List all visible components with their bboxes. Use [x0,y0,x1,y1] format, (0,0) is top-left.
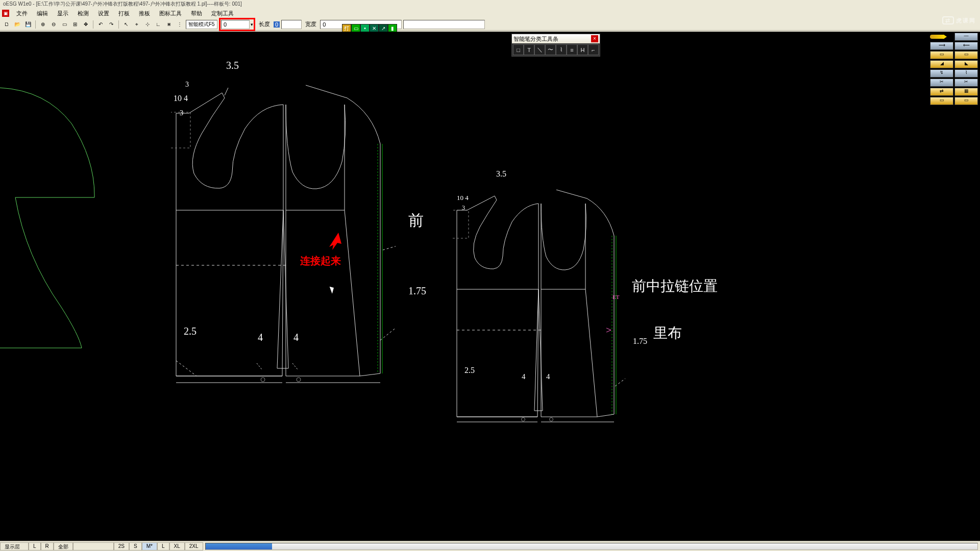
strip-btn-6[interactable]: ▮ [388,24,397,32]
dim-box-mid-r: 10 4 [457,194,469,202]
rp-tool-7[interactable]: ◣ [954,60,978,68]
sp-parallel-icon[interactable]: ≡ [567,44,577,55]
et-marker: ET [612,294,619,300]
strip-btn-3[interactable]: • [360,24,370,32]
mode-select[interactable]: 智能模式F5 [186,20,217,29]
zoom-window-icon[interactable]: ▭ [60,20,69,29]
svg-line-24 [615,371,625,386]
dim-box-bot: 3 [180,109,183,117]
svg-line-4 [176,361,197,376]
sp-line-icon[interactable]: ＼ [534,44,545,55]
sp-h-icon[interactable]: H [577,44,588,55]
menu-display[interactable]: 显示 [53,9,72,18]
sp-rect-icon[interactable]: □ [513,44,524,55]
red-arrow-icon [324,232,345,252]
strip-btn-1[interactable]: 打 [342,24,351,32]
snap-d-icon[interactable]: ⋇ [164,20,174,29]
rp-tool-12[interactable]: ⇄ [930,88,953,96]
size-l-toggle[interactable]: L [29,542,41,550]
dropdown-icon[interactable]: ▾ [251,22,253,27]
rp-tool-9[interactable]: ⌇ [954,69,978,78]
snap-b-icon[interactable]: ⊹ [143,20,152,29]
sp-text-icon[interactable]: T [524,44,534,55]
save-icon[interactable]: 💾 [23,20,33,29]
new-icon[interactable]: 🗋 [2,20,11,29]
pointer-icon[interactable]: ↖ [121,20,131,29]
rp-tool-4[interactable]: ▭ [930,51,953,59]
sp-curve-icon[interactable]: 〜 [545,44,556,55]
rp-tool-14[interactable]: ▭ [930,97,953,105]
aux-input[interactable] [403,20,485,29]
strip-btn-2[interactable]: ▭ [351,24,360,32]
width-label: 宽度 [303,20,318,28]
right-pattern [452,167,625,427]
sp-zigzag-icon[interactable]: ⌇ [556,44,567,55]
size-xl[interactable]: XL [169,542,185,550]
primary-value-input[interactable] [221,20,250,29]
menu-icon-tools[interactable]: 图标工具 [155,9,186,18]
rp-tool-3[interactable]: ⟵ [954,42,978,50]
zoom-in-icon[interactable]: ⊕ [38,20,47,29]
smartpen-palette[interactable]: 智能笔分类工具条 × □ T ＼ 〜 ⌇ ≡ H ⌐ [511,34,600,57]
snap-a-icon[interactable]: ⌖ [132,20,141,29]
menu-edit[interactable]: 编辑 [33,9,52,18]
strip-btn-5[interactable]: ↗ [379,24,388,32]
connect-annotation: 连接起来 [300,254,341,268]
length-input[interactable] [281,20,302,29]
rp-tool-15[interactable]: ▭ [954,97,978,105]
horizontal-scrollbar[interactable] [205,543,978,550]
rp-tool-2[interactable]: ⟶ [930,42,953,50]
svg-point-23 [550,418,553,421]
size-l[interactable]: L [157,542,169,550]
redo-icon[interactable]: ↷ [107,20,116,29]
front-label: 前 [408,210,424,231]
open-icon[interactable]: 📂 [13,20,22,29]
rp-bullet-icon[interactable] [930,33,953,41]
undo-icon[interactable]: ↶ [96,20,105,29]
snap-c-icon[interactable]: ∟ [154,20,163,29]
svg-rect-3 [171,112,190,148]
size-2xl[interactable]: 2XL [185,542,203,550]
svg-line-9 [383,243,396,250]
rp-tool-6[interactable]: ◢ [930,60,953,68]
menu-file[interactable]: 文件 [12,9,32,18]
zoom-extents-icon[interactable]: ⊞ [70,20,80,29]
dim-b1-r: 4 [522,372,526,381]
rp-tool-11[interactable]: ✂ [954,79,978,87]
zoom-out-icon[interactable]: ⊖ [49,20,58,29]
menu-settings[interactable]: 设置 [94,9,113,18]
strip-buttons: 打 ▭ • ✕ ↗ ▮ [342,24,397,32]
menu-help[interactable]: 帮助 [187,9,206,18]
svg-line-13 [257,363,262,369]
snap-e-icon[interactable]: ⋮ [175,20,184,29]
dim-box-top: 3 [185,81,189,89]
menu-check[interactable]: 检测 [74,9,93,18]
pan-icon[interactable]: ✥ [81,20,90,29]
rp-tool-10[interactable]: ✂ [930,79,953,87]
close-icon[interactable]: × [591,35,598,42]
size-r-toggle[interactable]: R [41,542,54,550]
rp-tool-1[interactable]: — [954,33,978,41]
rp-tool-13[interactable]: ▦ [954,88,978,96]
dim-box-bot-r: 3 [462,204,465,212]
strip-btn-4[interactable]: ✕ [370,24,379,32]
highlight-frame: ▾ [219,18,255,31]
sp-corner-icon[interactable]: ⌐ [588,44,599,55]
app-icon: ▣ [2,10,9,17]
dim-r: 1.75 [408,285,426,297]
rp-tool-8[interactable]: ↯ [930,69,953,78]
drawing-canvas[interactable]: 3.5 3 10 4 3 2.5 4 4 1.75 前 连接起来 3.5 10 … [0,32,980,541]
size-m[interactable]: M* [142,542,157,550]
smartpen-header[interactable]: 智能笔分类工具条 × [512,34,600,43]
size-2s[interactable]: 2S [114,542,129,550]
dim-top-left: 3.5 [226,60,239,71]
layer-button[interactable]: 显示层 [0,542,29,550]
svg-line-14 [292,363,298,369]
menu-custom[interactable]: 定制工具 [207,9,238,18]
smartpen-title: 智能笔分类工具条 [513,35,558,43]
size-s[interactable]: S [129,542,142,550]
menu-pattern[interactable]: 打板 [114,9,134,18]
rp-tool-5[interactable]: ▭ [954,51,978,59]
menu-grade[interactable]: 推板 [135,9,154,18]
size-all[interactable]: 全部 [54,542,73,550]
